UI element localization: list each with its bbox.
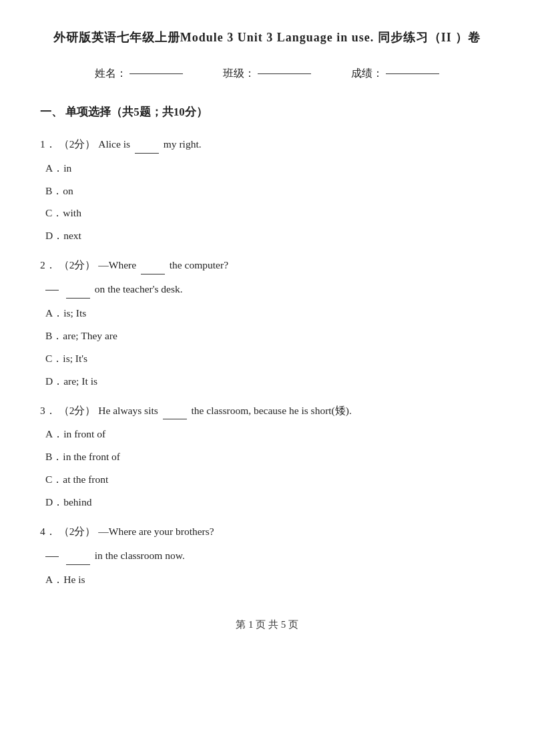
q4-options: A．He is [40, 570, 494, 589]
q1-blank [135, 153, 159, 154]
q2-blank [141, 274, 165, 274]
q2-option-b: B．are; They are [40, 327, 494, 345]
q2-blank2 [66, 298, 90, 299]
score-label: 成绩： [351, 64, 383, 83]
q1-stem-suffix: my right. [164, 138, 202, 150]
q1-option-a: A．in [40, 159, 494, 178]
question-1-stem: 1． （2分） Alice is my right. [40, 135, 494, 154]
question-4-stem: 4． （2分） —Where are your brothers? [40, 522, 494, 541]
page-title: 外研版英语七年级上册Module 3 Unit 3 Language in us… [40, 27, 494, 48]
q2-option-a: A．is; Its [40, 304, 494, 323]
q1-option-c: C．with [40, 204, 494, 222]
question-4: 4． （2分） —Where are your brothers? in the… [40, 522, 494, 589]
q3-stem-suffix: the classroom, because he is short(矮). [192, 405, 352, 416]
q3-stem-text: He always sits [98, 405, 158, 416]
q1-option-b: B．on [40, 182, 494, 200]
question-3-stem: 3． （2分） He always sits the classroom, be… [40, 401, 494, 420]
score-underline [386, 73, 439, 74]
q2-option-d: D．are; It is [40, 372, 494, 391]
q3-option-a: A．in front of [40, 425, 494, 443]
page-footer: 第 1 页 共 5 页 [40, 616, 494, 634]
q3-options: A．in front of B．in the front of C．at the… [40, 425, 494, 512]
q3-option-d: D．behind [40, 493, 494, 512]
q1-options: A．in B．on C．with D．next [40, 159, 494, 246]
q3-blank [163, 419, 187, 419]
q1-option-d: D．next [40, 226, 494, 245]
q1-score: （2分） [59, 138, 96, 150]
q2-score: （2分） [59, 259, 96, 270]
q3-score: （2分） [59, 405, 96, 416]
question-2-stem2: on the teacher's desk. [40, 280, 494, 299]
q4-blank [66, 564, 90, 565]
q4-stem-text: —Where are your brothers? [98, 526, 214, 537]
class-label: 班级： [223, 64, 255, 83]
q3-option-c: C．at the front [40, 470, 494, 489]
name-underline [129, 73, 183, 74]
class-underline [258, 73, 311, 74]
q4-stem2-suffix: in the classroom now. [95, 550, 185, 561]
q2-number: 2． [40, 259, 56, 270]
q4-dash [45, 556, 59, 557]
question-1: 1． （2分） Alice is my right. A．in B．on C．w… [40, 135, 494, 245]
question-2-stem: 2． （2分） —Where the computer? [40, 256, 494, 274]
section1-title: 一、 单项选择（共5题；共10分） [40, 102, 494, 123]
q2-options: A．is; Its B．are; They are C．is; It's D．a… [40, 304, 494, 391]
q1-stem-text: Alice is [98, 138, 130, 150]
q2-stem-text: —Where [98, 259, 136, 270]
question-4-stem2: in the classroom now. [40, 546, 494, 565]
question-3: 3． （2分） He always sits the classroom, be… [40, 401, 494, 512]
student-info: 姓名： 班级： 成绩： [40, 64, 494, 83]
q2-option-c: C．is; It's [40, 349, 494, 368]
q2-dash [45, 290, 59, 291]
q4-score: （2分） [59, 526, 96, 537]
q4-number: 4． [40, 526, 56, 537]
q3-number: 3． [40, 405, 56, 416]
q4-option-a: A．He is [40, 570, 494, 589]
name-label: 姓名： [95, 64, 127, 83]
q2-stem-suffix: the computer? [170, 259, 228, 270]
q2-stem2-suffix: on the teacher's desk. [95, 283, 183, 295]
q1-number: 1． [40, 138, 56, 150]
q3-option-b: B．in the front of [40, 447, 494, 466]
question-2: 2． （2分） —Where the computer? on the teac… [40, 256, 494, 390]
